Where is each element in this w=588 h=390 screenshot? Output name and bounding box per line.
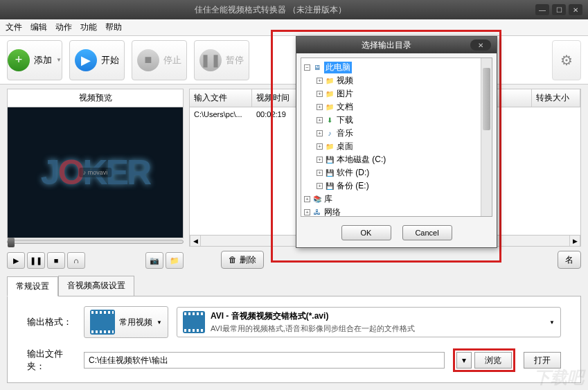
dialog-scrollbar[interactable] xyxy=(481,58,492,216)
output-path-input[interactable] xyxy=(84,352,445,369)
cancel-button[interactable]: Cancel xyxy=(402,225,452,240)
tree-this-pc[interactable]: − 🖥 此电脑 xyxy=(304,61,489,74)
menu-edit[interactable]: 编辑 xyxy=(30,21,47,33)
stop-icon: ■ xyxy=(137,49,159,71)
close-button[interactable]: ✕ xyxy=(569,4,582,15)
computer-icon: 🖥 xyxy=(312,64,322,72)
preview-watermark: ♪ movavi xyxy=(79,168,112,177)
format-label: 输出格式： xyxy=(27,316,75,328)
seek-slider[interactable] xyxy=(7,238,184,248)
play-btn[interactable]: ▶ xyxy=(7,252,25,269)
expand-icon[interactable]: + xyxy=(304,209,310,215)
cell-input: C:\Users\pc\... xyxy=(190,109,252,120)
tree-documents[interactable]: +📁文档 xyxy=(304,100,489,114)
dialog-titlebar: 选择输出目录 ✕ xyxy=(296,37,497,53)
menu-function[interactable]: 功能 xyxy=(80,21,97,33)
expand-icon[interactable]: + xyxy=(317,143,323,150)
tree-videos[interactable]: +📁视频 xyxy=(304,74,489,87)
col-input[interactable]: 输入文件 xyxy=(190,89,252,107)
tab-general[interactable]: 常规设置 xyxy=(7,276,58,296)
film-icon xyxy=(90,310,115,335)
dialog-title: 选择输出目录 xyxy=(302,39,470,51)
tree-c-drive[interactable]: +💾本地磁盘 (C:) xyxy=(304,153,489,166)
format-desc-button[interactable]: AVI - 音视频视频交错格式(*.avi) AVI最常用的视频格式,语音和影像… xyxy=(177,307,561,337)
col-convsize[interactable]: 转换大小 xyxy=(532,89,580,107)
output-label: 输出文件夹： xyxy=(27,348,75,373)
format-category-button[interactable]: 常用视频 ▼ xyxy=(84,306,168,338)
tree-music[interactable]: +♪音乐 xyxy=(304,127,489,140)
titlebar: 佳佳全能视频格式转换器 （未注册版本） — ☐ ✕ xyxy=(0,0,588,19)
tab-advanced[interactable]: 音视频高级设置 xyxy=(58,276,134,296)
expand-icon[interactable]: + xyxy=(317,78,323,84)
pause-btn[interactable]: ❚❚ xyxy=(27,252,45,269)
dialog-close-button[interactable]: ✕ xyxy=(470,39,491,51)
scrollbar-thumb[interactable] xyxy=(483,68,490,130)
menu-file[interactable]: 文件 xyxy=(6,21,22,33)
expand-icon[interactable]: + xyxy=(317,183,323,189)
scroll-right-icon[interactable]: ▶ xyxy=(569,236,580,246)
format-title: AVI - 音视频视频交错格式(*.avi) xyxy=(211,310,544,322)
network-icon: 🖧 xyxy=(312,209,322,217)
pause-icon: ❚❚ xyxy=(199,49,222,71)
folder-btn[interactable]: 📁 xyxy=(166,252,184,269)
preview-controls: ▶ ❚❚ ■ ∩ 📷 📁 xyxy=(7,248,184,273)
preview-panel: 视频预览 JOKER ♪ movavi ▶ ❚❚ ■ ∩ 📷 📁 xyxy=(7,89,184,273)
format-sub: AVI最常用的视频格式,语音和影像同步组合在一起的文件格式 xyxy=(211,323,544,334)
settings-button[interactable]: ⚙ xyxy=(552,40,581,80)
delete-button[interactable]: 🗑 删除 xyxy=(221,251,264,269)
rename-button[interactable]: 名 xyxy=(558,251,581,269)
tree-libraries[interactable]: +📚库 xyxy=(304,193,489,206)
start-button[interactable]: ▶ 开始 xyxy=(69,40,125,80)
chevron-down-icon: ▼ xyxy=(549,319,555,326)
scroll-left-icon[interactable]: ◀ xyxy=(190,236,201,246)
tabs: 常规设置 音视频高级设置 xyxy=(7,276,581,296)
stop-button[interactable]: ■ 停止 xyxy=(132,40,187,80)
ok-button[interactable]: OK xyxy=(341,225,391,240)
tree-network[interactable]: +🖧网络 xyxy=(304,206,489,217)
pause-button[interactable]: ❚❚ 暂停 xyxy=(194,40,249,80)
expand-icon[interactable]: + xyxy=(317,117,323,123)
tree-label: 备份 (E:) xyxy=(337,180,369,192)
expand-icon[interactable]: + xyxy=(317,170,323,176)
menu-action[interactable]: 动作 xyxy=(55,21,72,33)
delete-label: 删除 xyxy=(240,254,256,266)
tab-content: 输出格式： 常用视频 ▼ AVI - 音视频视频交错格式(*.avi) AVI最… xyxy=(7,296,581,383)
tree-label: 桌面 xyxy=(337,141,353,152)
path-dropdown-button[interactable]: ▾ xyxy=(456,352,472,369)
tree-downloads[interactable]: +⬇下载 xyxy=(304,114,489,127)
menu-help[interactable]: 帮助 xyxy=(105,21,122,33)
folder-dialog: 选择输出目录 ✕ − 🖥 此电脑 +📁视频 +📁图片 +📁文档 +⬇下载 +♪音… xyxy=(296,36,497,248)
slider-track[interactable] xyxy=(7,240,184,244)
window-title: 佳佳全能视频格式转换器 （未注册版本） xyxy=(6,4,535,16)
video-preview[interactable]: JOKER ♪ movavi xyxy=(7,107,184,238)
download-icon: ⬇ xyxy=(325,116,335,125)
tree-d-drive[interactable]: +💾软件 (D:) xyxy=(304,166,489,179)
expand-icon[interactable]: + xyxy=(304,196,310,202)
play-icon: ▶ xyxy=(75,49,97,71)
folder-icon: 📁 xyxy=(325,77,335,85)
add-button[interactable]: + 添加 ▼ xyxy=(7,40,62,80)
tree-label: 音乐 xyxy=(337,127,353,139)
add-label: 添加 xyxy=(34,54,52,67)
folder-tree[interactable]: − 🖥 此电脑 +📁视频 +📁图片 +📁文档 +⬇下载 +♪音乐 +📁桌面 +💾… xyxy=(301,57,492,217)
minimize-button[interactable]: — xyxy=(535,4,549,15)
tree-label: 网络 xyxy=(324,206,341,217)
tree-desktop[interactable]: +📁桌面 xyxy=(304,140,489,153)
tree-label: 视频 xyxy=(337,75,353,87)
slider-knob[interactable] xyxy=(8,238,15,247)
snapshot-btn[interactable]: 📷 xyxy=(145,252,163,269)
chevron-down-icon: ▼ xyxy=(56,57,62,63)
stop-btn[interactable]: ■ xyxy=(47,252,65,269)
loop-btn[interactable]: ∩ xyxy=(67,252,85,269)
expand-icon[interactable]: + xyxy=(317,157,323,163)
maximize-button[interactable]: ☐ xyxy=(552,4,566,15)
expand-icon[interactable]: + xyxy=(317,104,323,110)
trash-icon: 🗑 xyxy=(229,255,237,265)
collapse-icon[interactable]: − xyxy=(304,64,310,71)
browse-button[interactable]: 浏览 xyxy=(474,352,512,369)
format-row: 输出格式： 常用视频 ▼ AVI - 音视频视频交错格式(*.avi) AVI最… xyxy=(27,306,561,338)
expand-icon[interactable]: + xyxy=(317,130,323,136)
tree-e-drive[interactable]: +💾备份 (E:) xyxy=(304,179,489,193)
expand-icon[interactable]: + xyxy=(317,91,323,97)
tree-pictures[interactable]: +📁图片 xyxy=(304,87,489,100)
